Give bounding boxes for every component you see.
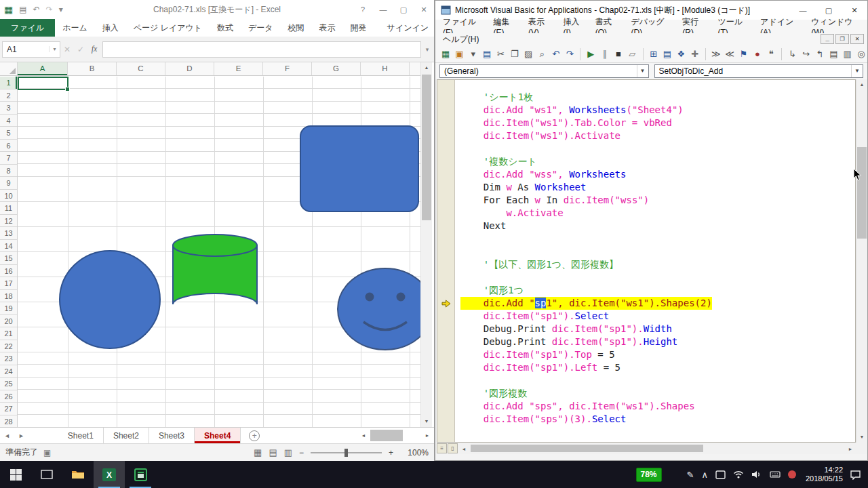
column-header-G[interactable]: G xyxy=(312,62,361,75)
sheet-nav-left-icon[interactable]: ◄ xyxy=(0,428,14,443)
ribbon-tab-表示[interactable]: 表示 xyxy=(312,19,343,37)
vertical-scrollbar-thumb[interactable] xyxy=(422,75,431,220)
column-header-A[interactable]: A xyxy=(18,62,68,75)
code-line[interactable]: dic.Item("ws1").Activate xyxy=(460,129,855,142)
code-line[interactable] xyxy=(460,245,855,258)
mdi-close-button[interactable]: ✕ xyxy=(850,34,864,44)
copy-icon[interactable]: ❐ xyxy=(509,49,521,59)
locals-window-icon[interactable]: ▤ xyxy=(827,49,840,59)
project-explorer-icon[interactable]: ⊞ xyxy=(647,49,659,59)
cancel-icon[interactable]: ✕ xyxy=(60,45,74,54)
code-line[interactable]: For Each w In dic.Item("wss") xyxy=(460,194,855,207)
step-into-icon[interactable]: ↳ xyxy=(786,49,798,59)
row-header-2[interactable]: 2 xyxy=(0,89,17,102)
name-box[interactable]: A1 ▾ xyxy=(2,41,60,58)
row-header-6[interactable]: 6 xyxy=(0,140,17,152)
view-page-break-icon[interactable]: ▥ xyxy=(284,447,292,458)
scroll-down-icon[interactable]: ▼ xyxy=(421,416,432,427)
vba-scroll-right-icon[interactable]: ► xyxy=(845,443,856,454)
properties-window-icon[interactable]: ▤ xyxy=(661,49,673,59)
vbe-taskbar-button[interactable] xyxy=(125,461,156,488)
row-header-11[interactable]: 11 xyxy=(0,202,17,215)
code-line[interactable]: dic.Add "ws1", Worksheets("Sheet4") xyxy=(460,104,855,117)
row-header-17[interactable]: 17 xyxy=(0,277,17,290)
step-over-icon[interactable]: ↪ xyxy=(800,49,812,59)
reset-icon[interactable]: ■ xyxy=(612,49,625,59)
minimize-button[interactable]: — xyxy=(373,5,393,14)
row-header-19[interactable]: 19 xyxy=(0,302,17,315)
row-header-1[interactable]: 1 xyxy=(0,77,17,89)
row-header-9[interactable]: 9 xyxy=(0,177,17,190)
object-browser-icon[interactable]: ❖ xyxy=(675,49,687,59)
formula-bar-expand-icon[interactable]: ▾ xyxy=(422,46,432,53)
vba-horizontal-scrollbar-thumb[interactable] xyxy=(471,445,703,452)
mdi-restore-button[interactable]: ❐ xyxy=(835,34,849,44)
help-button[interactable]: ? xyxy=(353,5,373,14)
column-header-C[interactable]: C xyxy=(117,62,165,75)
close-button[interactable]: ✕ xyxy=(414,5,434,14)
code-line[interactable] xyxy=(460,374,855,387)
insert-dropdown-icon[interactable]: ▾ xyxy=(467,49,479,59)
maximize-button[interactable]: ▢ xyxy=(393,5,414,14)
namebox-dropdown-icon[interactable]: ▾ xyxy=(49,46,60,52)
find-icon[interactable]: ⌕ xyxy=(536,49,548,60)
row-header-26[interactable]: 26 xyxy=(0,390,17,403)
object-combo-dropdown-icon[interactable]: ▼ xyxy=(637,65,648,77)
row-header-23[interactable]: 23 xyxy=(0,352,17,365)
row-header-24[interactable]: 24 xyxy=(0,365,17,378)
ribbon-tab-データ[interactable]: データ xyxy=(241,19,281,37)
step-out-icon[interactable]: ↰ xyxy=(814,49,826,59)
ribbon-tab-ページ レイアウト[interactable]: ページ レイアウト xyxy=(126,19,210,37)
security-icon[interactable] xyxy=(788,470,796,479)
macro-record-icon[interactable]: ▣ xyxy=(43,448,51,458)
code-line[interactable]: '【以下、図形1つ、図形複数】 xyxy=(460,258,855,271)
menu-ヘルプ(H)[interactable]: ヘルプ(H) xyxy=(438,34,484,45)
code-line[interactable]: dic.Item("sp1").Select xyxy=(460,310,855,323)
pen-icon[interactable]: ✎ xyxy=(687,470,694,480)
ribbon-tab-ファイル[interactable]: ファイル xyxy=(0,19,55,37)
ribbon-tab-挿入[interactable]: 挿入 xyxy=(95,19,126,37)
breakpoint-icon[interactable]: ● xyxy=(751,49,764,59)
code-line[interactable]: Debug.Print dic.Item("sp1").Width xyxy=(460,323,855,336)
column-header-B[interactable]: B xyxy=(68,62,117,75)
selected-cell[interactable] xyxy=(18,77,68,90)
zoom-level-label[interactable]: 100% xyxy=(400,448,429,458)
new-sheet-button[interactable]: + xyxy=(249,430,260,441)
select-all-button[interactable] xyxy=(0,62,18,75)
tablet-icon[interactable] xyxy=(715,470,726,479)
row-header-20[interactable]: 20 xyxy=(0,315,17,328)
view-page-layout-icon[interactable]: ▤ xyxy=(269,447,277,458)
file-explorer-button[interactable] xyxy=(62,461,94,488)
row-header-15[interactable]: 15 xyxy=(0,252,17,265)
code-line[interactable]: '図形1つ xyxy=(460,284,855,297)
redo-icon[interactable]: ↷ xyxy=(46,5,53,14)
save-icon[interactable]: ▤ xyxy=(19,5,26,14)
run-icon[interactable]: ▶ xyxy=(585,49,597,59)
sheet-tab-Sheet2[interactable]: Sheet2 xyxy=(104,428,149,443)
procedure-combo-dropdown-icon[interactable]: ▼ xyxy=(851,65,863,77)
vba-scroll-down-icon[interactable]: ▼ xyxy=(856,432,867,443)
mdi-minimize-button[interactable]: ＿ xyxy=(821,34,834,44)
immediate-window-icon[interactable]: ▥ xyxy=(842,49,854,59)
object-combo[interactable]: (General) ▼ xyxy=(439,64,649,78)
code-line[interactable]: dic.Item("sp1").Top = 5 xyxy=(460,348,855,361)
code-line[interactable]: dic.Item("sps")(3).Select xyxy=(460,413,855,426)
insert-function-icon[interactable]: fx xyxy=(87,44,101,54)
row-header-21[interactable]: 21 xyxy=(0,327,17,340)
code-line[interactable] xyxy=(460,142,855,155)
sheet-tab-Sheet3[interactable]: Sheet3 xyxy=(149,428,195,443)
code-line[interactable]: dic.Add "wss", Worksheets xyxy=(460,168,855,181)
row-header-12[interactable]: 12 xyxy=(0,215,17,228)
insert-userform-icon[interactable]: ▣ xyxy=(453,49,465,59)
view-excel-icon[interactable]: ▦ xyxy=(439,49,452,59)
outdent-icon[interactable]: ≪ xyxy=(724,49,736,59)
zoom-in-icon[interactable]: + xyxy=(389,448,393,458)
column-header-F[interactable]: F xyxy=(263,62,312,75)
row-header-3[interactable]: 3 xyxy=(0,102,17,115)
row-header-7[interactable]: 7 xyxy=(0,152,17,165)
code-line[interactable]: Next xyxy=(460,220,855,232)
code-line[interactable]: w.Activate xyxy=(460,207,855,220)
row-header-25[interactable]: 25 xyxy=(0,378,17,390)
comment-block-icon[interactable]: ❝ xyxy=(765,49,777,59)
ribbon-tab-校閲[interactable]: 校閲 xyxy=(281,19,312,37)
